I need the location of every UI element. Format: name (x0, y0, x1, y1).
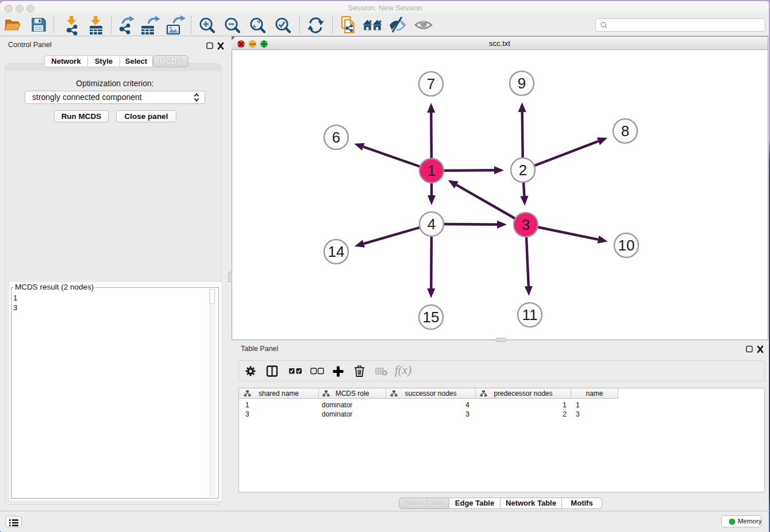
svg-text:15: 15 (423, 309, 440, 326)
svg-text:10: 10 (618, 237, 635, 254)
svg-text:2: 2 (519, 161, 527, 179)
svg-text:7: 7 (427, 75, 435, 92)
svg-text:14: 14 (328, 243, 345, 260)
svg-text:1: 1 (428, 162, 436, 179)
svg-text:11: 11 (522, 306, 538, 323)
svg-text:3: 3 (522, 216, 530, 233)
svg-text:6: 6 (332, 129, 340, 146)
svg-text:8: 8 (621, 122, 629, 140)
svg-text:4: 4 (428, 215, 436, 233)
svg-text:9: 9 (518, 75, 526, 92)
